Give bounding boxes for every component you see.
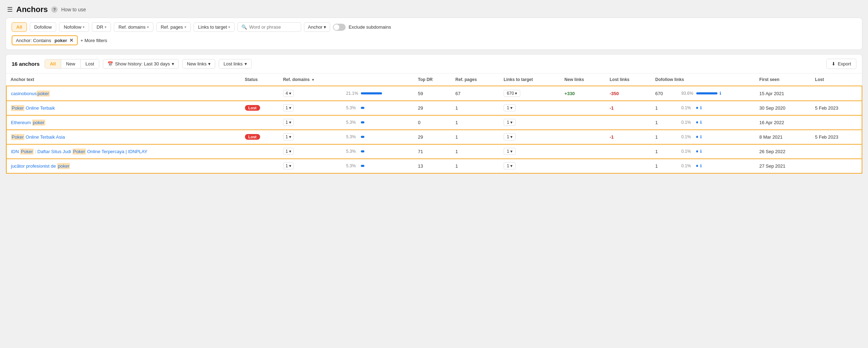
info-icon[interactable]: ℹ — [700, 163, 702, 168]
anchor-text-cell: casinobonuspoker — [6, 86, 241, 101]
ref-domains-dropdown[interactable]: 4 ▾ — [283, 90, 294, 97]
help-icon[interactable]: ? — [51, 6, 58, 13]
lost-date-cell — [811, 144, 862, 159]
links-to-target-cell: 670 ▾ — [499, 86, 560, 101]
ref-domains-cell: 1 ▾ — [279, 159, 342, 173]
ref-bar — [361, 150, 364, 152]
lost-date-cell: 5 Feb 2023 — [811, 101, 862, 115]
status-cell — [241, 144, 279, 159]
anchor-link[interactable]: jucător profesionist de poker — [11, 163, 70, 169]
ref-domains-cell: 1 ▾ — [279, 115, 342, 130]
new-links-btn[interactable]: New links ▾ — [182, 59, 216, 69]
search-input[interactable] — [249, 24, 292, 30]
ref-domains-dropdown[interactable]: 1 ▾ — [283, 133, 294, 140]
ref-bar — [361, 165, 364, 167]
dofollow-percent: 93.6% — [681, 91, 694, 96]
ref-bar — [361, 92, 382, 94]
table-row: Ethereum poker 1 ▾ 5.3% 011 ▾1 0.1% ℹ 16… — [6, 115, 862, 130]
anchor-link[interactable]: Poker Online Terbaik — [11, 105, 55, 111]
more-filters-btn[interactable]: + More filters — [81, 38, 107, 43]
col-ref-domains[interactable]: Ref. domains ▾ — [279, 74, 342, 86]
tab-lost-btn[interactable]: Lost — [81, 59, 99, 68]
anchor-text-cell: Ethereum poker — [6, 115, 241, 130]
lost-links-cell — [605, 144, 651, 159]
ref-pages-cell: 1 — [451, 130, 500, 144]
dofollow-percent: 0.1% — [681, 163, 694, 168]
dofollow-bar — [696, 150, 698, 152]
page-header: ☰ Anchors ? How to use — [0, 0, 868, 18]
how-to-use-link[interactable]: How to use — [61, 7, 86, 12]
top-dr-cell: 59 — [414, 86, 451, 101]
ref-domains-dropdown[interactable]: 1 ▾ — [283, 104, 294, 111]
new-links-cell — [560, 130, 605, 144]
lost-links-cell — [605, 115, 651, 130]
ref-percent: 5.3% — [346, 120, 359, 125]
anchor-link[interactable]: Ethereum poker — [11, 120, 45, 126]
ref-domains-dropdown[interactable]: 1 ▾ — [283, 119, 294, 126]
links-arrow: ▾ — [515, 91, 517, 96]
lost-links-cell — [605, 159, 651, 173]
ref-percent: 5.3% — [346, 105, 359, 110]
ref-domains-dropdown[interactable]: 1 ▾ — [283, 162, 294, 169]
filter-close-btn[interactable]: ✕ — [69, 37, 74, 43]
anchor-text-cell: Poker Online Terbaik Asia — [6, 130, 241, 144]
ref-domains-cell: 4 ▾ — [279, 86, 342, 101]
dofollow-count-cell: 1 — [651, 159, 677, 173]
menu-icon[interactable]: ☰ — [7, 6, 13, 13]
filter-prefix: Anchor: Contains — [16, 38, 52, 43]
first-seen-cell: 8 Mar 2021 — [755, 130, 811, 144]
new-links-arrow-icon: ▾ — [208, 61, 211, 66]
ref-domains-dropdown[interactable]: 1 ▾ — [283, 148, 294, 155]
status-badge: Lost — [245, 134, 260, 140]
info-icon[interactable]: ℹ — [700, 149, 702, 154]
ref-bar — [361, 136, 364, 138]
info-icon[interactable]: ℹ — [700, 134, 702, 139]
info-icon[interactable]: ℹ — [700, 120, 702, 125]
filter-all-btn[interactable]: All — [12, 22, 27, 32]
history-btn[interactable]: 📅 Show history: Last 30 days ▾ — [103, 59, 178, 69]
first-seen-cell: 26 Sep 2022 — [755, 144, 811, 159]
ref-percent: 5.3% — [346, 163, 359, 168]
tab-all-btn[interactable]: All — [45, 59, 61, 68]
col-anchor-text: Anchor text — [6, 74, 241, 86]
anchor-link[interactable]: IDN Poker : Daftar Situs Judi Poker Onli… — [11, 149, 147, 155]
links-dropdown[interactable]: 1 ▾ — [504, 133, 516, 140]
dofollow-count-cell: 1 — [651, 130, 677, 144]
links-dropdown[interactable]: 1 ▾ — [504, 119, 516, 126]
filter-nofollow-btn[interactable]: Nofollow ▾ — [59, 22, 89, 32]
lost-links-btn[interactable]: Lost links ▾ — [219, 59, 251, 69]
search-box[interactable]: 🔍 — [237, 22, 301, 32]
lost-date-cell — [811, 115, 862, 130]
links-dropdown[interactable]: 1 ▾ — [504, 148, 516, 155]
exclude-subdomains-toggle[interactable] — [333, 24, 346, 31]
history-arrow-icon: ▾ — [172, 61, 174, 66]
ref-pages-cell: 1 — [451, 101, 500, 115]
links-dropdown[interactable]: 670 ▾ — [504, 90, 520, 97]
anchor-dropdown[interactable]: Anchor ▾ — [304, 22, 330, 32]
links-dropdown[interactable]: 1 ▾ — [504, 162, 516, 169]
ref-domains-cell: 1 ▾ — [279, 144, 342, 159]
tab-new-btn[interactable]: New — [61, 59, 81, 68]
col-lost-links: Lost links — [605, 74, 651, 86]
filters-bar: All Dofollow Nofollow ▾ DR ▾ Ref. domain… — [6, 18, 862, 50]
dr-arrow-icon: ▾ — [105, 25, 106, 29]
filter-dofollow-btn[interactable]: Dofollow — [30, 22, 57, 32]
filter-dr-btn[interactable]: DR ▾ — [92, 22, 111, 32]
filter-ref-domains-btn[interactable]: Ref. domains ▾ — [114, 22, 153, 32]
links-to-target-cell: 1 ▾ — [499, 115, 560, 130]
info-icon[interactable]: ℹ — [720, 91, 721, 96]
new-links-cell — [560, 101, 605, 115]
anchor-link[interactable]: casinobonuspoker — [11, 91, 50, 97]
anchor-link[interactable]: Poker Online Terbaik Asia — [11, 134, 65, 140]
table-row: IDN Poker : Daftar Situs Judi Poker Onli… — [6, 144, 862, 159]
table-section: 16 anchors All New Lost 📅 Show history: … — [6, 54, 862, 174]
links-arrow: ▾ — [510, 120, 512, 125]
export-btn[interactable]: ⬇ Export — [826, 59, 856, 69]
filter-ref-pages-btn[interactable]: Ref. pages ▾ — [156, 22, 191, 32]
filter-links-to-target-btn[interactable]: Links to target ▾ — [194, 22, 235, 32]
links-dropdown[interactable]: 1 ▾ — [504, 104, 516, 111]
status-cell: Lost — [241, 130, 279, 144]
ref-percent: 5.3% — [346, 134, 359, 139]
dofollow-count-cell: 1 — [651, 115, 677, 130]
info-icon[interactable]: ℹ — [700, 105, 702, 110]
